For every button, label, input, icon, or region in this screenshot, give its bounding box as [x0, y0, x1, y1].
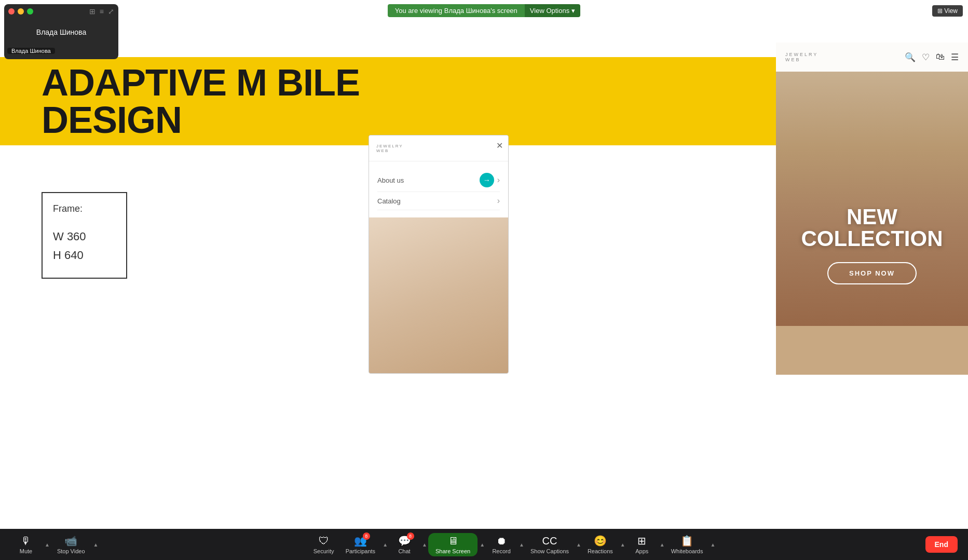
show-captions-label: Show Captions	[530, 548, 569, 554]
nav-item-catalog: Catalog ›	[377, 192, 500, 210]
viewing-badge: You are viewing Влада Шинова's screen	[388, 4, 525, 17]
mute-label: Mute	[20, 548, 32, 554]
frame-height: H 640	[53, 249, 111, 262]
search-icon[interactable]: 🔍	[905, 52, 916, 63]
reactions-arrow[interactable]: ▲	[620, 542, 625, 548]
participants-label: Participants	[346, 548, 375, 554]
mockup-close-button[interactable]: ✕	[496, 141, 503, 151]
new-text: NEW	[801, 206, 943, 228]
chat-arrow[interactable]: ▲	[422, 542, 427, 548]
slide-content: ADAPTIVE M BILE DESIGN Frame: W 360 H 64…	[0, 0, 968, 529]
reactions-label: Reactions	[588, 548, 613, 554]
mobile-mockup-small: JEWELRY web ✕ About us → › Catalog ›	[369, 135, 509, 374]
participants-icon: 👥 8	[354, 535, 367, 547]
mute-arrow[interactable]: ▲	[45, 542, 50, 548]
share-screen-arrow[interactable]: ▲	[480, 542, 485, 548]
reactions-group[interactable]: 😊 Reactions	[582, 535, 618, 554]
nav-item-about: About us → ›	[377, 169, 500, 192]
video-arrow[interactable]: ▲	[93, 542, 99, 548]
jewelry-brand-large: JEWELRY web	[785, 52, 898, 62]
presenter-label: Влада Шинова	[7, 48, 55, 54]
chat-label: Chat	[398, 548, 410, 554]
end-button[interactable]: End	[925, 536, 958, 553]
nav-arrow-about[interactable]: →	[480, 173, 494, 187]
apps-label: Apps	[635, 548, 648, 554]
stop-video-group[interactable]: 📹 Stop Video	[52, 535, 90, 554]
record-icon: ⏺	[496, 535, 507, 547]
share-screen-group[interactable]: 🖥 Share Screen	[428, 533, 478, 556]
shared-screen-area: ADAPTIVE M BILE DESIGN Frame: W 360 H 64…	[0, 0, 968, 529]
headline: ADAPTIVE M BILE DESIGN	[0, 64, 360, 139]
security-group[interactable]: 🛡 Security	[308, 535, 339, 554]
top-right-view-button[interactable]: ⊞ View	[932, 5, 963, 17]
whiteboards-group[interactable]: 📋 Whiteboards	[666, 535, 708, 554]
stop-video-label: Stop Video	[57, 548, 85, 554]
presenter-name: Влада Шинова	[4, 18, 118, 46]
video-icon: 📹	[64, 535, 77, 547]
mute-icon: 🎙	[21, 535, 31, 547]
apps-group[interactable]: ⊞ Apps	[626, 535, 658, 554]
frame-width: W 360	[53, 230, 111, 243]
jewelry-hero-image: NEW COLLECTION SHOP NOW	[776, 72, 968, 326]
participants-group[interactable]: 👥 8 Participants	[340, 535, 380, 554]
apps-icon: ⊞	[637, 535, 646, 547]
chat-badge: 8	[407, 532, 414, 540]
wishlist-icon[interactable]: ♡	[922, 52, 930, 63]
participants-arrow[interactable]: ▲	[383, 542, 388, 548]
frame-info-box: Frame: W 360 H 640	[42, 192, 127, 279]
cart-icon[interactable]: 🛍	[936, 52, 945, 62]
shop-now-button[interactable]: SHOP NOW	[827, 262, 917, 284]
top-notification-bar: You are viewing Влада Шинова's screen Vi…	[0, 0, 968, 21]
mute-group[interactable]: 🎙 Mute	[10, 535, 42, 554]
record-label: Record	[492, 548, 510, 554]
toolbar-center: 🛡 Security 👥 8 Participants ▲ 💬 8 Chat ▲…	[308, 533, 716, 556]
security-icon: 🛡	[319, 535, 329, 547]
frame-label: Frame:	[53, 203, 111, 214]
headline-line1: ADAPTIVE M BILE	[42, 64, 360, 101]
security-label: Security	[313, 548, 334, 554]
apps-arrow[interactable]: ▲	[660, 542, 665, 548]
mockup-header: JEWELRY web ✕	[369, 135, 508, 161]
whiteboards-icon: 📋	[680, 535, 693, 547]
collection-text: COLLECTION	[801, 228, 943, 250]
record-group[interactable]: ⏺ Record	[486, 535, 517, 554]
jewelry-logo-small: JEWELRY web	[376, 144, 403, 153]
view-options-button[interactable]: View Options ▾	[525, 4, 580, 17]
show-captions-group[interactable]: CC Show Captions	[525, 535, 574, 554]
mockup-image	[369, 217, 508, 374]
whiteboards-arrow[interactable]: ▲	[710, 542, 715, 548]
chat-icon: 💬 8	[398, 535, 411, 547]
jewelry-mockup-large: JEWELRY web 🔍 ♡ 🛍 ☰ NEW COLLECTION SHOP …	[776, 43, 968, 375]
reactions-icon: 😊	[594, 535, 607, 547]
mockup-nav: About us → › Catalog ›	[369, 161, 508, 217]
toolbar-left: 🎙 Mute ▲ 📹 Stop Video ▲	[10, 535, 98, 554]
share-screen-label: Share Screen	[435, 548, 470, 554]
toolbar-right: End	[925, 536, 958, 553]
captions-arrow[interactable]: ▲	[576, 542, 581, 548]
participants-badge: 8	[363, 532, 370, 540]
record-arrow[interactable]: ▲	[519, 542, 524, 548]
jewelry-large-header: JEWELRY web 🔍 ♡ 🛍 ☰	[776, 43, 968, 72]
share-screen-icon: 🖥	[448, 535, 458, 547]
whiteboards-label: Whiteboards	[671, 548, 703, 554]
captions-icon: CC	[542, 535, 557, 547]
headline-line2: DESIGN	[42, 101, 360, 139]
toolbar: 🎙 Mute ▲ 📹 Stop Video ▲ 🛡 Security 👥 8 P…	[0, 529, 968, 560]
chat-group[interactable]: 💬 8 Chat	[389, 535, 420, 554]
menu-icon[interactable]: ☰	[951, 52, 959, 63]
